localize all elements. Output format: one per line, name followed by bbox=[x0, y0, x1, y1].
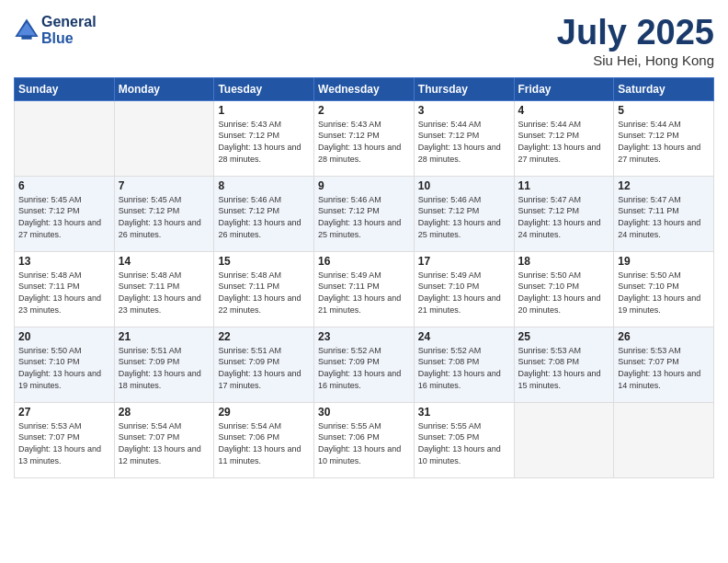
day-number: 2 bbox=[318, 104, 410, 117]
weekday-header-thursday: Thursday bbox=[414, 77, 514, 100]
day-info: Sunrise: 5:53 AM Sunset: 7:07 PM Dayligh… bbox=[618, 345, 710, 391]
day-number: 9 bbox=[318, 179, 410, 192]
day-info: Sunrise: 5:50 AM Sunset: 7:10 PM Dayligh… bbox=[518, 270, 610, 316]
calendar-cell: 25Sunrise: 5:53 AM Sunset: 7:08 PM Dayli… bbox=[514, 327, 614, 402]
day-number: 17 bbox=[418, 255, 510, 268]
day-info: Sunrise: 5:50 AM Sunset: 7:10 PM Dayligh… bbox=[18, 345, 110, 391]
header: General Blue July 2025 Siu Hei, Hong Kon… bbox=[14, 14, 714, 68]
day-info: Sunrise: 5:52 AM Sunset: 7:08 PM Dayligh… bbox=[418, 345, 510, 391]
calendar-cell: 5Sunrise: 5:44 AM Sunset: 7:12 PM Daylig… bbox=[614, 100, 714, 176]
calendar-cell: 13Sunrise: 5:48 AM Sunset: 7:11 PM Dayli… bbox=[15, 251, 115, 327]
day-info: Sunrise: 5:54 AM Sunset: 7:06 PM Dayligh… bbox=[218, 420, 310, 466]
day-number: 11 bbox=[518, 179, 610, 192]
calendar-cell: 31Sunrise: 5:55 AM Sunset: 7:05 PM Dayli… bbox=[414, 402, 514, 477]
day-info: Sunrise: 5:52 AM Sunset: 7:09 PM Dayligh… bbox=[318, 345, 410, 391]
week-row-5: 27Sunrise: 5:53 AM Sunset: 7:07 PM Dayli… bbox=[15, 402, 714, 477]
day-info: Sunrise: 5:50 AM Sunset: 7:10 PM Dayligh… bbox=[618, 270, 710, 316]
calendar-cell: 16Sunrise: 5:49 AM Sunset: 7:11 PM Dayli… bbox=[314, 251, 415, 327]
calendar-cell: 22Sunrise: 5:51 AM Sunset: 7:09 PM Dayli… bbox=[214, 327, 314, 402]
weekday-header-row: SundayMondayTuesdayWednesdayThursdayFrid… bbox=[15, 77, 714, 100]
day-info: Sunrise: 5:46 AM Sunset: 7:12 PM Dayligh… bbox=[418, 194, 510, 240]
weekday-header-tuesday: Tuesday bbox=[214, 77, 314, 100]
day-number: 7 bbox=[119, 179, 210, 192]
day-number: 21 bbox=[119, 330, 210, 343]
day-info: Sunrise: 5:48 AM Sunset: 7:11 PM Dayligh… bbox=[119, 270, 210, 316]
day-number: 26 bbox=[618, 330, 710, 343]
day-info: Sunrise: 5:55 AM Sunset: 7:05 PM Dayligh… bbox=[418, 420, 510, 466]
calendar-cell: 10Sunrise: 5:46 AM Sunset: 7:12 PM Dayli… bbox=[414, 176, 514, 251]
day-info: Sunrise: 5:51 AM Sunset: 7:09 PM Dayligh… bbox=[119, 345, 210, 391]
calendar-cell: 27Sunrise: 5:53 AM Sunset: 7:07 PM Dayli… bbox=[15, 402, 115, 477]
calendar-cell: 19Sunrise: 5:50 AM Sunset: 7:10 PM Dayli… bbox=[614, 251, 714, 327]
day-info: Sunrise: 5:53 AM Sunset: 7:07 PM Dayligh… bbox=[18, 420, 110, 466]
day-info: Sunrise: 5:53 AM Sunset: 7:08 PM Dayligh… bbox=[518, 345, 610, 391]
day-number: 10 bbox=[418, 179, 510, 192]
day-info: Sunrise: 5:45 AM Sunset: 7:12 PM Dayligh… bbox=[119, 194, 210, 240]
calendar-cell: 15Sunrise: 5:48 AM Sunset: 7:11 PM Dayli… bbox=[214, 251, 314, 327]
week-row-1: 1Sunrise: 5:43 AM Sunset: 7:12 PM Daylig… bbox=[15, 100, 714, 176]
day-info: Sunrise: 5:54 AM Sunset: 7:07 PM Dayligh… bbox=[119, 420, 210, 466]
calendar-cell: 1Sunrise: 5:43 AM Sunset: 7:12 PM Daylig… bbox=[214, 100, 314, 176]
page: General Blue July 2025 Siu Hei, Hong Kon… bbox=[0, 0, 728, 563]
day-number: 18 bbox=[518, 255, 610, 268]
day-info: Sunrise: 5:46 AM Sunset: 7:12 PM Dayligh… bbox=[318, 194, 410, 240]
weekday-header-monday: Monday bbox=[114, 77, 214, 100]
calendar-cell: 4Sunrise: 5:44 AM Sunset: 7:12 PM Daylig… bbox=[514, 100, 614, 176]
title-block: July 2025 Siu Hei, Hong Kong bbox=[557, 14, 714, 68]
day-info: Sunrise: 5:45 AM Sunset: 7:12 PM Dayligh… bbox=[18, 194, 110, 240]
calendar-cell bbox=[614, 402, 714, 477]
day-info: Sunrise: 5:47 AM Sunset: 7:11 PM Dayligh… bbox=[618, 194, 710, 240]
day-info: Sunrise: 5:55 AM Sunset: 7:06 PM Dayligh… bbox=[318, 420, 410, 466]
weekday-header-saturday: Saturday bbox=[614, 77, 714, 100]
calendar-cell: 26Sunrise: 5:53 AM Sunset: 7:07 PM Dayli… bbox=[614, 327, 714, 402]
day-info: Sunrise: 5:51 AM Sunset: 7:09 PM Dayligh… bbox=[218, 345, 310, 391]
calendar-cell: 23Sunrise: 5:52 AM Sunset: 7:09 PM Dayli… bbox=[314, 327, 415, 402]
day-number: 22 bbox=[218, 330, 310, 343]
day-number: 19 bbox=[618, 255, 710, 268]
calendar-cell: 24Sunrise: 5:52 AM Sunset: 7:08 PM Dayli… bbox=[414, 327, 514, 402]
day-info: Sunrise: 5:49 AM Sunset: 7:11 PM Dayligh… bbox=[318, 270, 410, 316]
calendar-cell: 29Sunrise: 5:54 AM Sunset: 7:06 PM Dayli… bbox=[214, 402, 314, 477]
day-number: 14 bbox=[119, 255, 210, 268]
calendar-cell: 7Sunrise: 5:45 AM Sunset: 7:12 PM Daylig… bbox=[114, 176, 214, 251]
day-number: 16 bbox=[318, 255, 410, 268]
svg-rect-2 bbox=[21, 35, 31, 39]
day-number: 30 bbox=[318, 406, 410, 419]
calendar-cell: 20Sunrise: 5:50 AM Sunset: 7:10 PM Dayli… bbox=[15, 327, 115, 402]
calendar-cell: 21Sunrise: 5:51 AM Sunset: 7:09 PM Dayli… bbox=[114, 327, 214, 402]
day-number: 24 bbox=[418, 330, 510, 343]
calendar-cell: 3Sunrise: 5:44 AM Sunset: 7:12 PM Daylig… bbox=[414, 100, 514, 176]
day-info: Sunrise: 5:44 AM Sunset: 7:12 PM Dayligh… bbox=[518, 119, 610, 165]
calendar-cell bbox=[15, 100, 115, 176]
day-number: 31 bbox=[418, 406, 510, 419]
calendar-cell: 30Sunrise: 5:55 AM Sunset: 7:06 PM Dayli… bbox=[314, 402, 415, 477]
month-title: July 2025 bbox=[557, 14, 714, 52]
day-number: 15 bbox=[218, 255, 310, 268]
day-number: 8 bbox=[218, 179, 310, 192]
week-row-4: 20Sunrise: 5:50 AM Sunset: 7:10 PM Dayli… bbox=[15, 327, 714, 402]
weekday-header-friday: Friday bbox=[514, 77, 614, 100]
calendar-cell: 17Sunrise: 5:49 AM Sunset: 7:10 PM Dayli… bbox=[414, 251, 514, 327]
day-number: 12 bbox=[618, 179, 710, 192]
day-number: 25 bbox=[518, 330, 610, 343]
day-info: Sunrise: 5:44 AM Sunset: 7:12 PM Dayligh… bbox=[418, 119, 510, 165]
day-number: 29 bbox=[218, 406, 310, 419]
calendar-cell bbox=[514, 402, 614, 477]
day-number: 20 bbox=[18, 330, 110, 343]
day-info: Sunrise: 5:49 AM Sunset: 7:10 PM Dayligh… bbox=[418, 270, 510, 316]
calendar-cell: 11Sunrise: 5:47 AM Sunset: 7:12 PM Dayli… bbox=[514, 176, 614, 251]
calendar-cell: 18Sunrise: 5:50 AM Sunset: 7:10 PM Dayli… bbox=[514, 251, 614, 327]
calendar-cell: 9Sunrise: 5:46 AM Sunset: 7:12 PM Daylig… bbox=[314, 176, 415, 251]
logo: General Blue bbox=[14, 14, 97, 46]
day-number: 5 bbox=[618, 104, 710, 117]
day-number: 27 bbox=[18, 406, 110, 419]
day-number: 1 bbox=[218, 104, 310, 117]
day-number: 4 bbox=[518, 104, 610, 117]
day-info: Sunrise: 5:43 AM Sunset: 7:12 PM Dayligh… bbox=[318, 119, 410, 165]
day-number: 13 bbox=[18, 255, 110, 268]
location: Siu Hei, Hong Kong bbox=[557, 52, 714, 68]
calendar-table: SundayMondayTuesdayWednesdayThursdayFrid… bbox=[14, 77, 714, 478]
day-info: Sunrise: 5:47 AM Sunset: 7:12 PM Dayligh… bbox=[518, 194, 610, 240]
calendar-cell bbox=[114, 100, 214, 176]
week-row-3: 13Sunrise: 5:48 AM Sunset: 7:11 PM Dayli… bbox=[15, 251, 714, 327]
